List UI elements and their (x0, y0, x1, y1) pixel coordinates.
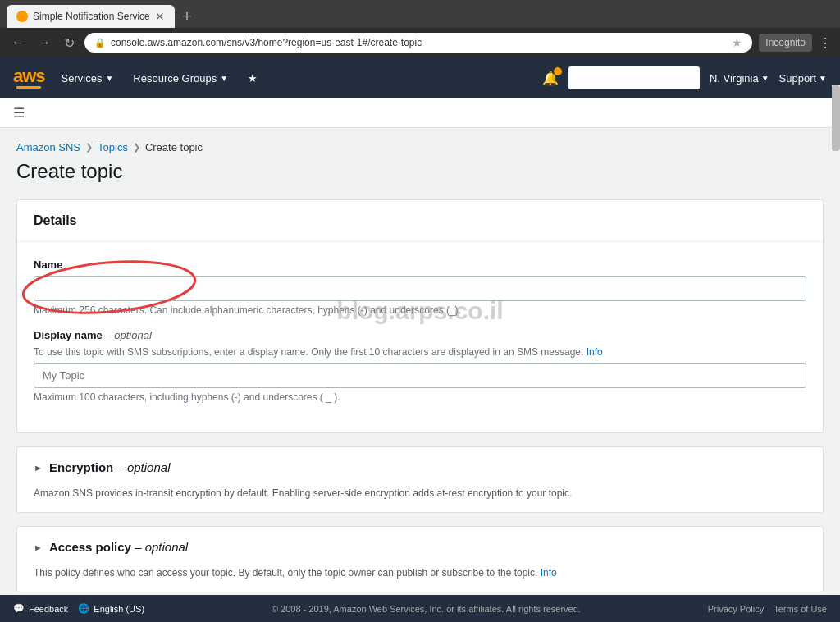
details-card-body: Name MyDemoTopic Maximum 256 characters.… (17, 242, 823, 432)
encryption-optional: – optional (116, 460, 170, 474)
encryption-collapse-arrow: ► (34, 463, 43, 473)
tab-title: Simple Notification Service (33, 11, 150, 22)
access-policy-header[interactable]: ► Access policy – optional (17, 527, 823, 567)
support-dropdown-arrow: ▼ (819, 74, 827, 83)
display-name-label: Display name – optional (34, 329, 806, 341)
search-box[interactable] (568, 66, 700, 89)
encryption-title-text: Encryption (49, 460, 113, 474)
services-label: Services (62, 72, 103, 85)
bookmark-star-icon[interactable]: ★ (732, 36, 742, 49)
services-menu[interactable]: Services ▼ (58, 72, 117, 85)
aws-logo[interactable]: aws (13, 67, 45, 89)
tab-favicon (16, 11, 28, 22)
name-form-group: Name MyDemoTopic Maximum 256 characters.… (34, 258, 806, 316)
header-right: 🔔 N. Virginia ▼ Support ▼ (542, 66, 827, 89)
menu-bar: ☰ (0, 98, 840, 128)
support-menu[interactable]: Support ▼ (779, 72, 827, 85)
resource-groups-menu[interactable]: Resource Groups ▼ (130, 72, 231, 85)
notification-badge (554, 67, 562, 75)
hamburger-menu[interactable]: ☰ (13, 105, 25, 121)
extensions-icon[interactable]: ⋮ (819, 35, 832, 51)
region-selector[interactable]: N. Virginia ▼ (710, 72, 769, 85)
encryption-desc-text: Amazon SNS provides in-transit encryptio… (34, 487, 572, 499)
feedback-button[interactable]: 💬 Feedback (13, 603, 68, 614)
access-policy-title: Access policy – optional (49, 540, 188, 554)
details-card: Details Name MyDemoTopic Maximum 256 cha… (16, 199, 824, 433)
encryption-title: Encryption – optional (49, 460, 171, 474)
display-name-label-text: Display name (34, 329, 103, 341)
access-policy-info-link[interactable]: Info (541, 567, 557, 579)
address-bar[interactable]: 🔒 console.aws.amazon.com/sns/v3/home?reg… (84, 33, 752, 53)
language-label: English (US) (94, 604, 144, 614)
feedback-label: Feedback (29, 604, 68, 614)
breadcrumb-topics[interactable]: Topics (98, 141, 128, 153)
privacy-policy-link[interactable]: Privacy Policy (708, 604, 764, 614)
footer-left: 💬 Feedback 🌐 English (US) (13, 603, 144, 614)
tab-bar: Simple Notification Service ✕ + (0, 0, 840, 28)
aws-logo-text: aws (13, 67, 45, 85)
refresh-button[interactable]: ↻ (61, 34, 78, 53)
feedback-bubble-icon: 💬 (13, 603, 25, 614)
breadcrumb-current: Create topic (145, 141, 203, 153)
lock-icon: 🔒 (94, 38, 106, 48)
content-area: Amazon SNS ❯ Topics ❯ Create topic Creat… (0, 128, 840, 622)
terms-of-use-link[interactable]: Terms of Use (774, 604, 827, 614)
scrollbar-thumb[interactable] (832, 85, 840, 151)
display-name-help2: Maximum 100 characters, including hyphen… (34, 391, 806, 403)
region-label: N. Virginia (710, 72, 759, 85)
incognito-button[interactable]: Incognito (759, 34, 812, 52)
tab-close-button[interactable]: ✕ (155, 10, 165, 23)
display-name-optional: – optional (105, 329, 151, 341)
display-name-info-link[interactable]: Info (587, 346, 603, 358)
details-card-header: Details (17, 200, 823, 242)
new-tab-button[interactable]: + (178, 8, 197, 25)
display-name-form-group: Display name – optional To use this topi… (34, 329, 806, 403)
encryption-description: Amazon SNS provides in-transit encryptio… (17, 487, 823, 512)
details-title: Details (34, 213, 806, 228)
breadcrumb: Amazon SNS ❯ Topics ❯ Create topic (16, 128, 824, 160)
notifications-bell[interactable]: 🔔 (542, 71, 559, 86)
address-text: console.aws.amazon.com/sns/v3/home?regio… (111, 37, 727, 48)
breadcrumb-amazon-sns[interactable]: Amazon SNS (16, 141, 80, 153)
access-policy-title-text: Access policy (49, 540, 131, 554)
address-bar-row: ← → ↻ 🔒 console.aws.amazon.com/sns/v3/ho… (0, 28, 840, 57)
globe-icon: 🌐 (78, 603, 89, 614)
display-name-input[interactable] (34, 363, 806, 388)
active-tab[interactable]: Simple Notification Service ✕ (7, 5, 175, 28)
forward-button[interactable]: → (34, 34, 54, 52)
display-name-help: To use this topic with SMS subscriptions… (34, 346, 806, 358)
browser-chrome: Simple Notification Service ✕ + ← → ↻ 🔒 … (0, 0, 840, 57)
language-selector[interactable]: 🌐 English (US) (78, 603, 144, 614)
access-policy-collapse-arrow: ► (34, 542, 43, 552)
access-policy-desc-text: This policy defines who can access your … (34, 567, 537, 579)
footer: 💬 Feedback 🌐 English (US) © 2008 - 2019,… (0, 595, 840, 622)
display-name-help-text: To use this topic with SMS subscriptions… (34, 346, 583, 358)
page-scrollbar[interactable] (832, 85, 840, 589)
page-title: Create topic (16, 160, 824, 183)
support-label: Support (779, 72, 817, 85)
access-policy-description: This policy defines who can access your … (17, 567, 823, 592)
name-field-wrapper: MyDemoTopic (34, 276, 806, 301)
bookmarks-icon[interactable]: ★ (244, 72, 261, 85)
resource-groups-dropdown-arrow: ▼ (220, 74, 228, 83)
breadcrumb-sep-2: ❯ (133, 142, 140, 153)
aws-header: aws Services ▼ Resource Groups ▼ ★ 🔔 N. … (0, 57, 840, 98)
breadcrumb-sep-1: ❯ (85, 142, 93, 153)
name-help-text: Maximum 256 characters. Can include alph… (34, 304, 806, 316)
name-input[interactable]: MyDemoTopic (34, 276, 806, 301)
name-label: Name (34, 258, 806, 271)
resource-groups-label: Resource Groups (133, 72, 217, 85)
access-policy-optional: – optional (135, 540, 188, 554)
aws-logo-underline (16, 86, 41, 89)
footer-copyright: © 2008 - 2019, Amazon Web Services, Inc.… (272, 604, 581, 614)
access-policy-card: ► Access policy – optional This policy d… (16, 526, 824, 592)
footer-right: Privacy Policy Terms of Use (708, 604, 827, 614)
services-dropdown-arrow: ▼ (105, 74, 113, 83)
back-button[interactable]: ← (8, 34, 28, 52)
encryption-header[interactable]: ► Encryption – optional (17, 447, 823, 487)
region-dropdown-arrow: ▼ (761, 74, 769, 83)
encryption-card: ► Encryption – optional Amazon SNS provi… (16, 446, 824, 513)
